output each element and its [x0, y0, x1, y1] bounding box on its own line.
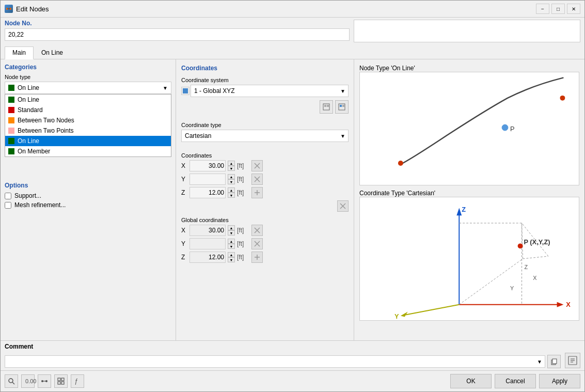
- gx-down[interactable]: ▼: [228, 230, 235, 236]
- gy-up[interactable]: ▲: [228, 239, 235, 244]
- svg-rect-48: [552, 359, 557, 364]
- coord-icons-row: [181, 100, 349, 114]
- comment-copy-icon[interactable]: [547, 355, 561, 368]
- x-coord-row: X ▲ ▼ [ft]: [181, 160, 349, 171]
- gz-input[interactable]: [189, 252, 226, 263]
- dropdown-item-between-two-nodes[interactable]: Between Two Nodes: [5, 115, 171, 126]
- restore-button[interactable]: □: [551, 4, 565, 14]
- svg-point-23: [502, 124, 508, 131]
- bottom-diagram-label: Coordinate Type 'Cartesian': [359, 190, 579, 197]
- svg-rect-4: [324, 105, 326, 107]
- dropdown-item-online2[interactable]: On Line: [5, 136, 171, 146]
- global-coords-label: Global coordinates: [181, 217, 349, 223]
- comment-extra-icon[interactable]: [565, 353, 580, 368]
- extra-coord-icon[interactable]: [337, 200, 349, 212]
- gy-coord-row: Y ▲ ▼ [ft]: [181, 238, 349, 249]
- dropdown-item-on-member[interactable]: On Member: [5, 146, 171, 156]
- gx-input[interactable]: [189, 225, 226, 236]
- z-label: Z: [181, 189, 187, 196]
- x-coord-icon[interactable]: [251, 160, 263, 171]
- gx-coord-icon[interactable]: [251, 225, 263, 236]
- z-input[interactable]: [189, 187, 226, 198]
- dropdown-item-between-two-points[interactable]: Between Two Points: [5, 126, 171, 136]
- svg-line-36: [459, 259, 523, 305]
- x-up[interactable]: ▲: [228, 161, 235, 166]
- comment-label: Comment: [5, 343, 561, 350]
- x-down[interactable]: ▼: [228, 166, 235, 171]
- gx-unit: [ft]: [237, 227, 249, 234]
- node-no-label: Node No.: [5, 20, 350, 27]
- support-row: Support...: [5, 192, 171, 199]
- action-bar: 0.00 ƒ: [1, 370, 584, 391]
- coords-label: Coordinates: [181, 152, 349, 159]
- svg-rect-60: [61, 378, 64, 381]
- toolbar-zero-icon[interactable]: 0.00: [21, 374, 35, 388]
- on-line-diagram: P: [359, 72, 579, 185]
- gz-spin: ▲ ▼: [228, 252, 235, 262]
- gz-up[interactable]: ▲: [228, 252, 235, 257]
- svg-text:Z: Z: [524, 264, 528, 270]
- mesh-label: Mesh refinement...: [14, 201, 66, 209]
- svg-text:0.00: 0.00: [25, 378, 36, 384]
- gy-down[interactable]: ▼: [228, 244, 235, 249]
- z-up[interactable]: ▲: [228, 187, 235, 193]
- coord-icon2[interactable]: [335, 100, 349, 114]
- y-down[interactable]: ▼: [228, 179, 235, 184]
- toolbar-grid-icon[interactable]: [54, 374, 68, 388]
- gy-input[interactable]: [189, 238, 226, 249]
- tab-on-line[interactable]: On Line: [34, 46, 71, 59]
- z-coord-icon[interactable]: [251, 187, 263, 198]
- tab-main[interactable]: Main: [5, 46, 34, 59]
- coord-type-label: Coordinate type: [181, 122, 349, 128]
- x-spin: ▲ ▼: [228, 161, 235, 171]
- toolbar-node-icon[interactable]: [38, 374, 51, 388]
- svg-rect-8: [342, 105, 344, 107]
- gz-unit: [ft]: [237, 254, 249, 261]
- node-no-input[interactable]: [5, 28, 350, 41]
- gy-unit: [ft]: [237, 240, 249, 247]
- coord-system-select[interactable]: 1 - Global XYZ: [191, 85, 349, 97]
- node-type-selected[interactable]: On Line ▼: [5, 82, 171, 94]
- x-input[interactable]: [189, 160, 226, 171]
- toolbar-formula-icon[interactable]: ƒ: [71, 374, 84, 388]
- dropdown-item-standard[interactable]: Standard: [5, 105, 171, 115]
- svg-point-53: [9, 379, 13, 383]
- main-content: Categories Node type On Line ▼ On Line: [1, 59, 584, 340]
- toolbar-search-icon[interactable]: [5, 374, 18, 388]
- svg-rect-59: [58, 378, 60, 381]
- title-bar: Edit Nodes − □ ✕: [1, 1, 584, 18]
- cancel-button[interactable]: Cancel: [495, 374, 536, 388]
- apply-button[interactable]: Apply: [539, 374, 580, 388]
- gx-label: X: [181, 227, 187, 234]
- dropdown-item-online1[interactable]: On Line: [5, 95, 171, 105]
- coord-type-select[interactable]: Cartesian: [181, 130, 349, 142]
- close-button[interactable]: ✕: [567, 4, 580, 14]
- node-type-dropdown[interactable]: On Line ▼ On Line Standard Between Two N…: [5, 82, 171, 94]
- support-checkbox[interactable]: [5, 193, 11, 199]
- mesh-checkbox[interactable]: [5, 202, 11, 209]
- main-window: Edit Nodes − □ ✕ Node No. Main On Line C…: [0, 0, 585, 392]
- options-title: Options: [5, 182, 171, 189]
- left-panel: Categories Node type On Line ▼ On Line: [1, 59, 176, 340]
- z-down[interactable]: ▼: [228, 193, 235, 198]
- comment-section: Comment ▼: [1, 340, 584, 370]
- comment-input[interactable]: [5, 355, 545, 368]
- gz-down[interactable]: ▼: [228, 257, 235, 262]
- gx-up[interactable]: ▲: [228, 225, 235, 230]
- minimize-button[interactable]: −: [536, 4, 549, 14]
- svg-point-45: [518, 243, 523, 248]
- cartesian-diagram: Z X Y: [359, 197, 579, 321]
- tabs-row: Main On Line: [1, 44, 584, 59]
- action-bar-right: OK Cancel Apply: [450, 374, 580, 388]
- y-input[interactable]: [189, 174, 226, 185]
- gz-coord-icon[interactable]: [251, 252, 263, 263]
- svg-text:X: X: [533, 275, 536, 281]
- y-coord-icon[interactable]: [251, 174, 263, 185]
- gy-coord-icon[interactable]: [251, 238, 263, 249]
- gz-label: Z: [181, 254, 187, 261]
- coord-icon1[interactable]: [320, 100, 333, 114]
- ok-button[interactable]: OK: [450, 374, 492, 388]
- z-spin: ▲ ▼: [228, 187, 235, 198]
- y-up[interactable]: ▲: [228, 174, 235, 179]
- gy-label: Y: [181, 240, 187, 247]
